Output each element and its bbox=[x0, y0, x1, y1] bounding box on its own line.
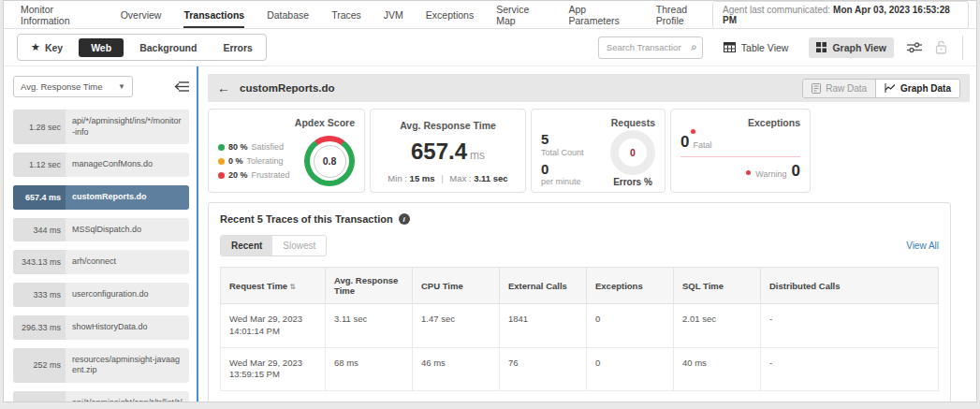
legend-satisfied: 80 % Satisfied bbox=[218, 142, 290, 152]
transaction-name: userconfiguration.do bbox=[66, 283, 155, 307]
trace-sort-tabs: Recent Slowest bbox=[220, 235, 327, 256]
col-request-time[interactable]: Request Time⇅ bbox=[221, 268, 326, 304]
transaction-name: resources/apminsight-javaagent.zip bbox=[66, 348, 189, 383]
transaction-list-item-selected[interactable]: 657.4 ms customReports.do bbox=[13, 185, 189, 210]
tab-errors[interactable]: Errors bbox=[210, 36, 266, 60]
sort-dropdown[interactable]: Avg. Response Time ▼ bbox=[13, 76, 133, 97]
warning-dot bbox=[746, 170, 751, 175]
tab-key[interactable]: ★ Key bbox=[18, 35, 76, 60]
table-row[interactable]: Wed Mar 29, 2023 13:59:15 PM 68 ms 46 ms… bbox=[221, 347, 939, 391]
table-view-icon bbox=[724, 42, 736, 52]
table-row[interactable]: Wed Mar 29, 2023 14:01:14 PM 3.11 sec 1.… bbox=[221, 304, 939, 348]
col-cpu-time: CPU Time bbox=[413, 268, 500, 304]
apdex-title: Apdex Score bbox=[295, 117, 355, 128]
table-view-button[interactable]: Table View bbox=[716, 37, 797, 58]
avg-response-title: Avg. Response Time bbox=[380, 120, 516, 131]
sliders-icon[interactable] bbox=[907, 41, 922, 54]
apdex-score-card: Apdex Score 80 % Satisfied 0 % To bbox=[208, 109, 365, 193]
chevron-down-icon: ▼ bbox=[118, 82, 125, 91]
transaction-detail: ← customReports.do Raw Data Graph Data bbox=[198, 66, 976, 402]
nav-item-app-parameters[interactable]: App Parameters bbox=[569, 1, 634, 28]
transaction-time: 657.4 ms bbox=[13, 185, 66, 210]
sidebar-header: Avg. Response Time ▼ bbox=[13, 76, 189, 97]
transaction-list-item[interactable]: 1.28 sec api/*/apminsight/ins/*/monitor-… bbox=[13, 110, 189, 144]
raw-data-label: Raw Data bbox=[826, 83, 867, 94]
cell-external-calls: 1841 bbox=[500, 304, 587, 348]
errors-label: Errors % bbox=[613, 177, 652, 187]
transaction-list-item[interactable]: 344 ms MSSqlDispatch.do bbox=[13, 218, 189, 242]
nav-item-database[interactable]: Database bbox=[267, 1, 309, 28]
col-avg-response-time: Avg. Response Time bbox=[326, 268, 413, 304]
lock-icon[interactable] bbox=[935, 40, 947, 54]
transaction-list-item[interactable]: 296.33 ms showHistoryData.do bbox=[13, 315, 189, 340]
transaction-list-item[interactable]: 252 ms resources/apminsight-javaagent.zi… bbox=[13, 348, 189, 383]
transaction-list-item[interactable]: 343.13 ms arh/connect bbox=[13, 250, 189, 274]
transaction-list-item[interactable]: 1.12 sec manageConfMons.do bbox=[13, 153, 189, 177]
nav-item-overview[interactable]: Overview bbox=[121, 1, 162, 28]
nav-tabs: Monitor Information Overview Transaction… bbox=[21, 1, 712, 28]
tab-background[interactable]: Background bbox=[126, 36, 210, 60]
info-icon[interactable]: i bbox=[399, 213, 410, 225]
content-area: Avg. Response Time ▼ 1.28 sec api/*/apmi… bbox=[4, 66, 976, 402]
per-minute-label: per minute bbox=[541, 177, 584, 186]
tab-slowest[interactable]: Slowest bbox=[272, 236, 326, 256]
apdex-score-value: 0.8 bbox=[314, 145, 346, 178]
errors-value: 0 bbox=[630, 147, 636, 158]
warning-value: 0 bbox=[792, 163, 800, 179]
top-navigation: Monitor Information Overview Transaction… bbox=[4, 1, 976, 29]
transactions-toolbar: ★ Key Web Background Errors ⌕ Table View… bbox=[4, 29, 976, 66]
tab-recent[interactable]: Recent bbox=[221, 236, 272, 256]
cell-external-calls: 76 bbox=[500, 347, 587, 391]
agent-label: Agent last communicated: bbox=[723, 5, 830, 15]
sort-icon[interactable]: ⇅ bbox=[289, 283, 296, 291]
nav-item-jvm[interactable]: JVM bbox=[384, 1, 403, 28]
nav-item-service-map[interactable]: Service Map bbox=[496, 1, 546, 28]
transaction-time: 236.56 ms bbox=[13, 391, 66, 402]
transaction-time: 1.12 sec bbox=[13, 153, 66, 177]
cell-cpu-time: 1.47 sec bbox=[413, 304, 500, 348]
min-max-line: Min : 15 ms | Max : 3.11 sec bbox=[380, 173, 516, 183]
nav-item-exceptions[interactable]: Exceptions bbox=[426, 1, 474, 28]
total-count-value: 5 bbox=[541, 132, 584, 148]
cell-avg-response: 3.11 sec bbox=[326, 304, 413, 348]
col-sql-time: SQL Time bbox=[674, 268, 761, 304]
frustrated-dot bbox=[218, 172, 225, 179]
graph-view-label: Graph View bbox=[832, 42, 886, 53]
legend-tolerating: 0 % Tolerating bbox=[218, 156, 290, 166]
nav-item-thread-profile[interactable]: Thread Profile bbox=[656, 1, 712, 28]
transaction-time: 344 ms bbox=[13, 218, 66, 242]
view-all-link[interactable]: View All bbox=[906, 241, 939, 251]
nav-item-monitor-information[interactable]: Monitor Information bbox=[21, 1, 98, 28]
transaction-list-item[interactable]: 333 ms userconfiguration.do bbox=[13, 283, 189, 307]
transaction-time: 333 ms bbox=[13, 283, 66, 307]
fatal-row: 0 Fatal bbox=[680, 134, 800, 150]
tolerating-dot bbox=[218, 158, 225, 165]
tab-web[interactable]: Web bbox=[79, 38, 124, 57]
avg-response-time-card: Avg. Response Time 657.4ms Min : 15 ms |… bbox=[370, 109, 526, 193]
page-title: customReports.do bbox=[240, 82, 335, 94]
sort-dropdown-value: Avg. Response Time bbox=[21, 81, 102, 92]
exceptions-card: Exceptions 0 Fatal Warning 0 bbox=[670, 109, 811, 193]
graph-data-button[interactable]: Graph Data bbox=[876, 80, 959, 97]
tab-key-label: Key bbox=[45, 42, 63, 53]
exceptions-divider bbox=[680, 156, 800, 157]
search-icon[interactable]: ⌕ bbox=[691, 40, 697, 53]
nav-item-transactions[interactable]: Transactions bbox=[183, 1, 244, 28]
col-external-calls: External Calls bbox=[500, 268, 587, 304]
search-input[interactable] bbox=[598, 37, 703, 59]
graph-view-button[interactable]: Graph View bbox=[809, 37, 894, 58]
transaction-name: customReports.do bbox=[66, 185, 154, 210]
back-arrow-icon[interactable]: ← bbox=[217, 81, 230, 95]
warning-label: Warning bbox=[755, 169, 786, 179]
transaction-name: MSSqlDispatch.do bbox=[66, 218, 148, 242]
table-header-row: Request Time⇅ Avg. Response Time CPU Tim… bbox=[221, 268, 939, 304]
graph-data-label: Graph Data bbox=[900, 83, 951, 94]
transaction-list-item[interactable]: 236.56 ms api/*/apminsight/app/*/tr/list… bbox=[13, 391, 189, 402]
nav-item-traces[interactable]: Traces bbox=[331, 1, 361, 28]
collapse-list-icon[interactable] bbox=[174, 80, 189, 93]
raw-data-button[interactable]: Raw Data bbox=[803, 80, 876, 97]
transaction-type-tabs: ★ Key Web Background Errors bbox=[17, 34, 267, 61]
cell-request-time: Wed Mar 29, 2023 13:59:15 PM bbox=[221, 347, 326, 391]
cell-request-time: Wed Mar 29, 2023 14:01:14 PM bbox=[221, 304, 326, 348]
legend-frustrated: 20 % Frustrated bbox=[218, 170, 290, 180]
